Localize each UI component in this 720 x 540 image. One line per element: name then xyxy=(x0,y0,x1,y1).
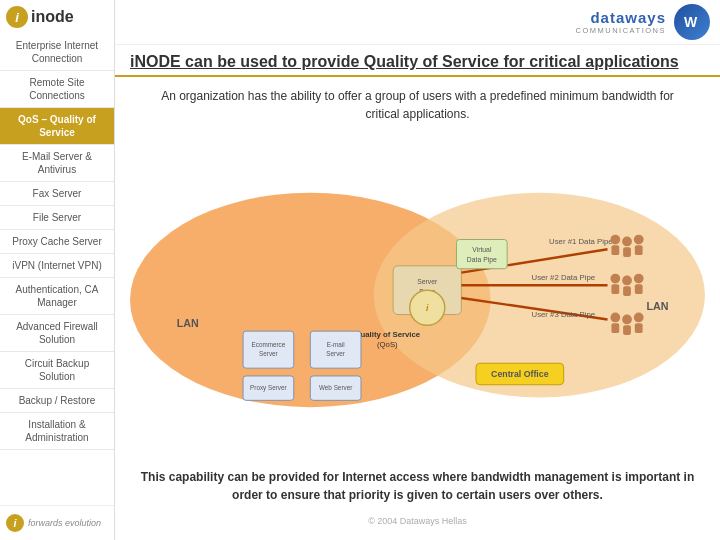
svg-point-47 xyxy=(634,313,644,323)
footer-text: forwards evolution xyxy=(28,518,101,528)
content-area: An organization has the ability to offer… xyxy=(115,77,720,540)
sidebar-item-file[interactable]: File Server xyxy=(0,206,114,230)
svg-point-39 xyxy=(622,276,632,286)
svg-rect-18 xyxy=(456,240,507,269)
svg-rect-36 xyxy=(635,246,643,256)
svg-text:Data Pipe: Data Pipe xyxy=(467,256,497,264)
svg-text:User #3 Data Pipe: User #3 Data Pipe xyxy=(532,311,596,320)
svg-text:Server: Server xyxy=(417,279,438,286)
top-bar: dataways communications W xyxy=(115,0,720,45)
page-title: iNODE can be used to provide Quality of … xyxy=(115,45,720,77)
dataways-sub: communications xyxy=(576,26,666,35)
svg-text:W: W xyxy=(684,14,698,30)
sidebar-item-proxy[interactable]: Proxy Cache Server xyxy=(0,230,114,254)
svg-point-43 xyxy=(610,313,620,323)
sidebar-item-qos[interactable]: QoS – Quality of Service xyxy=(0,108,114,145)
svg-point-45 xyxy=(622,315,632,325)
svg-text:Server: Server xyxy=(326,351,345,358)
sidebar: i inode Enterprise Internet Connection R… xyxy=(0,0,115,540)
footer-i-icon: i xyxy=(6,514,24,532)
svg-point-37 xyxy=(610,274,620,284)
svg-text:Server: Server xyxy=(259,351,278,358)
sidebar-item-fax[interactable]: Fax Server xyxy=(0,182,114,206)
dataways-icon: W xyxy=(674,4,710,40)
svg-text:LAN: LAN xyxy=(177,318,199,330)
sidebar-footer: i forwards evolution xyxy=(0,505,114,540)
sidebar-item-circuit[interactable]: Circuit Backup Solution xyxy=(0,352,114,389)
svg-text:User #1 Data Pipe: User #1 Data Pipe xyxy=(549,238,613,247)
svg-text:Web Server: Web Server xyxy=(319,384,352,391)
sidebar-item-remote[interactable]: Remote Site Connections xyxy=(0,71,114,108)
svg-point-33 xyxy=(622,237,632,247)
svg-rect-46 xyxy=(623,326,631,336)
svg-point-35 xyxy=(634,235,644,245)
diagram-container: LAN LAN Server Farm User #1 Data Pipe Us… xyxy=(130,131,705,460)
svg-text:Quality of Service: Quality of Service xyxy=(354,330,420,339)
intro-text: An organization has the ability to offer… xyxy=(130,87,705,123)
sidebar-item-enterprise[interactable]: Enterprise Internet Connection xyxy=(0,34,114,71)
sidebar-item-backup[interactable]: Backup / Restore xyxy=(0,389,114,413)
svg-text:Proxy Server: Proxy Server xyxy=(250,384,287,392)
qos-diagram: LAN LAN Server Farm User #1 Data Pipe Us… xyxy=(130,183,705,407)
dataways-name: dataways xyxy=(590,9,666,26)
sidebar-item-install[interactable]: Installation & Administration xyxy=(0,413,114,450)
copyright-text: © 2004 Dataways Hellas xyxy=(130,512,705,530)
sidebar-item-ivpn[interactable]: iVPN (Internet VPN) xyxy=(0,254,114,278)
logo-text: inode xyxy=(31,8,74,26)
svg-text:Central Office: Central Office xyxy=(491,369,549,379)
svg-rect-48 xyxy=(635,324,643,334)
svg-rect-44 xyxy=(611,324,619,334)
svg-text:LAN: LAN xyxy=(647,300,669,312)
main-content: dataways communications W iNODE can be u… xyxy=(115,0,720,540)
svg-text:(QoS): (QoS) xyxy=(377,340,398,349)
svg-rect-32 xyxy=(611,246,619,256)
svg-point-31 xyxy=(610,235,620,245)
svg-text:Virtual: Virtual xyxy=(472,247,492,254)
outro-text: This capability can be provided for Inte… xyxy=(130,468,705,504)
svg-rect-34 xyxy=(623,248,631,258)
svg-text:Ecommerce: Ecommerce xyxy=(252,341,286,348)
sidebar-item-auth[interactable]: Authentication, CA Manager xyxy=(0,278,114,315)
svg-text:E-mail: E-mail xyxy=(327,341,345,348)
sidebar-logo: i inode xyxy=(0,0,114,34)
svg-rect-38 xyxy=(611,285,619,295)
svg-text:User #2 Data Pipe: User #2 Data Pipe xyxy=(532,274,596,283)
sidebar-item-firewall[interactable]: Advanced Firewall Solution xyxy=(0,315,114,352)
svg-rect-42 xyxy=(635,285,643,295)
svg-rect-40 xyxy=(623,287,631,297)
dataways-logo: dataways communications W xyxy=(576,4,710,40)
sidebar-item-email[interactable]: E-Mail Server & Antivirus xyxy=(0,145,114,182)
i-logo-icon: i xyxy=(6,6,28,28)
svg-point-41 xyxy=(634,274,644,284)
